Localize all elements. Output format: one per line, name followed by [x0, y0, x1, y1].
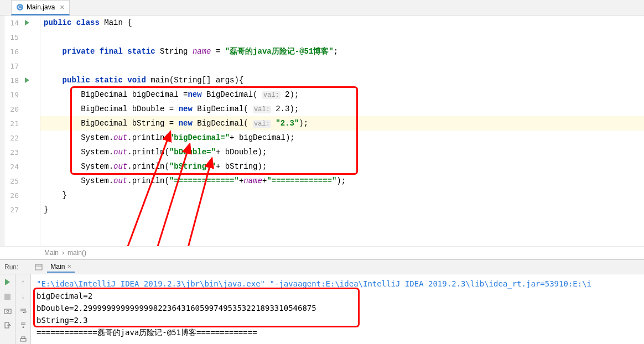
run-panel: Run: Main × ↑ ↓	[0, 259, 644, 344]
file-tab-main-java[interactable]: C Main.java ×	[11, 0, 70, 15]
code-line: private final static String name = "磊哥的j…	[40, 44, 644, 59]
up-icon[interactable]: ↑	[19, 278, 28, 286]
console-line: bigDecimal=2	[37, 290, 638, 302]
code-line: public static void main(String[] args){	[40, 73, 644, 87]
print-icon[interactable]	[19, 335, 28, 344]
line-number: 15	[4, 33, 22, 41]
code-line: System.out.println("bDouble="+ bDouble);	[40, 145, 644, 159]
svg-point-8	[7, 310, 9, 312]
code-line: BigDecimal bDouble = new BigDecimal( val…	[40, 102, 644, 116]
line-number: 22	[4, 134, 22, 142]
run-toolbar-left	[0, 274, 15, 344]
code-line	[40, 59, 644, 73]
console-line: =============磊哥的java历险记-@51博客===========…	[37, 326, 638, 338]
scroll-to-end-icon[interactable]	[19, 321, 28, 330]
code-line-current: BigDecimal bString = new BigDecimal( val…	[40, 116, 644, 131]
code-line: System.out.println("bigDecimal="+ bigDec…	[40, 131, 644, 145]
svg-rect-11	[22, 337, 25, 338]
editor-tab-bar: C Main.java ×	[0, 0, 644, 15]
line-number: 18	[4, 76, 22, 85]
rerun-icon[interactable]	[3, 278, 12, 286]
line-number: 14	[4, 19, 22, 27]
down-icon[interactable]: ↓	[19, 292, 28, 301]
tab-close-icon[interactable]: ×	[60, 3, 64, 12]
run-tab[interactable]: Main ×	[47, 261, 75, 273]
svg-rect-7	[4, 309, 11, 314]
line-number: 24	[4, 163, 22, 171]
line-number: 23	[4, 148, 22, 157]
run-gutter-icon[interactable]	[22, 20, 32, 25]
line-number: 20	[4, 105, 22, 113]
line-number: 16	[4, 48, 22, 56]
line-number: 25	[4, 177, 22, 185]
camera-icon[interactable]	[3, 306, 12, 315]
gutter: 14 15 16 17 18 19 20 21 22 23 24 25 26 2…	[4, 15, 40, 246]
svg-rect-5	[35, 264, 42, 270]
line-number: 27	[4, 206, 22, 214]
line-number: 19	[4, 91, 22, 99]
run-config-icon	[35, 263, 43, 271]
run-label: Run:	[4, 263, 18, 271]
breadcrumb: Main › main()	[0, 246, 644, 259]
code-line: System.out.println("bString="+ bString);	[40, 159, 644, 174]
tab-title: Main.java	[27, 3, 55, 11]
run-panel-header: Run: Main ×	[0, 260, 644, 274]
stop-icon[interactable]	[3, 292, 12, 301]
line-number: 17	[4, 62, 22, 70]
run-tab-close-icon[interactable]: ×	[67, 262, 71, 270]
code-line: BigDecimal bigDecimal =new BigDecimal( v…	[40, 87, 644, 102]
editor-area: 14 15 16 17 18 19 20 21 22 23 24 25 26 2…	[0, 15, 644, 246]
console-line: bDouble=2.299999999999999822364316059974…	[37, 302, 638, 314]
breadcrumb-item[interactable]: main()	[67, 249, 86, 257]
exit-icon[interactable]	[3, 321, 12, 330]
svg-text:C: C	[18, 4, 22, 10]
code-line: public class Main {	[40, 15, 644, 30]
code-line: }	[40, 188, 644, 202]
java-class-icon: C	[16, 3, 24, 11]
line-number: 26	[4, 191, 22, 200]
code-line: System.out.println("============="+name+…	[40, 174, 644, 188]
run-gutter-icon[interactable]	[22, 77, 32, 83]
svg-rect-10	[20, 338, 26, 341]
code-line: }	[40, 202, 644, 217]
code-editor[interactable]: public class Main { private final static…	[40, 15, 644, 246]
breadcrumb-separator: ›	[62, 249, 64, 257]
run-toolbar-mid: ↑ ↓	[15, 274, 31, 344]
left-margin	[0, 15, 4, 246]
soft-wrap-icon[interactable]	[19, 306, 28, 315]
console-line: bString=2.3	[37, 314, 638, 326]
run-tab-name: Main	[50, 263, 65, 270]
code-line	[40, 30, 644, 44]
breadcrumb-item[interactable]: Main	[44, 249, 59, 257]
console-command: "E:\idea\IntelliJ IDEA 2019.2.3\jbr\bin\…	[37, 278, 638, 290]
line-number: 21	[4, 119, 22, 128]
console-output[interactable]: "E:\idea\IntelliJ IDEA 2019.2.3\jbr\bin\…	[31, 274, 644, 344]
